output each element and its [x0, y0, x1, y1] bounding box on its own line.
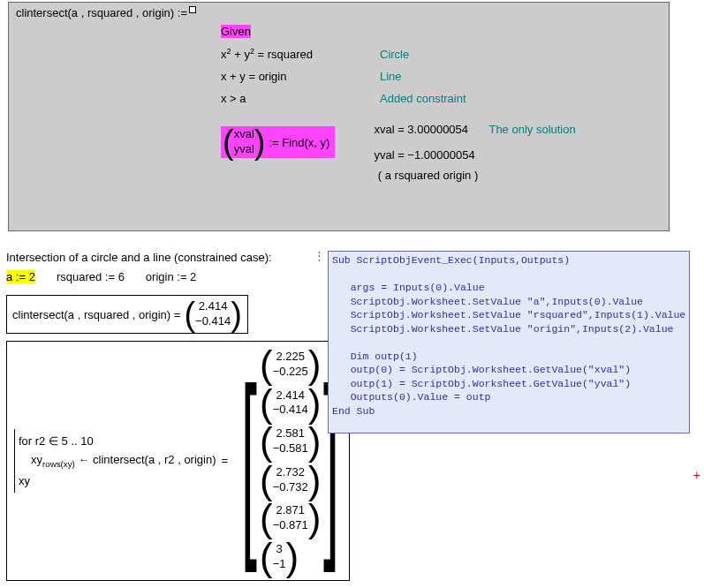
matrix-stack: (2.225−0.225)(2.414−0.414)(2.581−0.581)(…: [260, 347, 321, 575]
yval-name: yval: [234, 142, 254, 157]
assign-origin: origin := 2: [146, 270, 196, 283]
for-line: for r2 ∈ 5 .. 10: [19, 434, 216, 448]
equation-line: x + y = origin: [221, 70, 380, 83]
find-assignment: ( xval yval ) := Find(x, y): [221, 126, 335, 158]
xval-output: xval = 3.00000054: [374, 123, 488, 136]
result-matrix: [ (2.225−0.225)(2.414−0.414)(2.581−0.581…: [238, 347, 342, 575]
result-lhs: clintersect(a , rsquared , origin) =: [12, 308, 180, 321]
solve-body: Given x2 + y2 = rsquared Circle x + y = …: [221, 25, 662, 182]
yval-output: yval = −1.00000054: [374, 148, 575, 162]
matrix-cell: (2.225−0.225): [260, 347, 321, 382]
comment-constraint: Added constraint: [380, 92, 466, 105]
matrix-cell: (3−1): [260, 539, 321, 575]
matrix-cell: (2.414−0.414): [260, 386, 321, 421]
func-signature: clintersect(a , rsquared , origin) :=: [16, 6, 187, 19]
script-panel[interactable]: Sub ScriptObjEvent_Exec(Inputs,Outputs) …: [328, 251, 690, 433]
crosshair-icon: +: [693, 468, 700, 482]
assign-rsquared: rsquared := 6: [57, 270, 125, 283]
section-label: Intersection of a circle and a line (con…: [6, 251, 272, 264]
matrix-cell: (2.732−0.732): [260, 463, 321, 498]
matrix-cell: (2.871−0.871): [260, 501, 321, 536]
drag-handle-icon[interactable]: ⋮: [314, 249, 326, 262]
matrix-cell: (2.581−0.581): [260, 424, 321, 459]
script-code: Sub ScriptObjEvent_Exec(Inputs,Outputs) …: [332, 254, 685, 417]
xval-name: xval: [234, 127, 254, 142]
equals-icon: =: [222, 454, 229, 467]
result-region[interactable]: clintersect(a , rsquared , origin) = ( 2…: [6, 295, 248, 334]
return-row: ( a rsquared origin ): [194, 169, 662, 182]
function-definition: clintersect(a , rsquared , origin) :=: [16, 6, 662, 19]
equation-constraint: x > a: [221, 92, 380, 105]
comment-line: Line: [380, 70, 402, 83]
assign-a: a := 2: [6, 270, 35, 283]
comment-circle: Circle: [380, 48, 409, 61]
result-r1: 2.414: [199, 299, 228, 314]
find-call: := Find(x, y): [269, 136, 329, 149]
given-keyword: Given: [221, 25, 251, 38]
program-region[interactable]: for r2 ∈ 5 .. 10 xyrows(xy) ← clintersec…: [6, 341, 350, 581]
program-bar: for r2 ∈ 5 .. 10 xyrows(xy) ← clintersec…: [14, 429, 216, 493]
comment-solution: The only solution: [488, 123, 575, 136]
variable-assignments[interactable]: a := 2 rsquared := 6 origin := 2: [6, 270, 196, 283]
solve-block-panel[interactable]: clintersect(a , rsquared , origin) := Gi…: [8, 2, 670, 231]
placeholder-icon: [189, 6, 196, 13]
assign-line: xyrows(xy) ← clintersect(a , r2 , origin…: [19, 453, 216, 469]
return-line: xy: [19, 474, 216, 487]
result-r2: −0.414: [195, 314, 231, 329]
equation-circle: x2 + y2 = rsquared: [221, 47, 380, 61]
